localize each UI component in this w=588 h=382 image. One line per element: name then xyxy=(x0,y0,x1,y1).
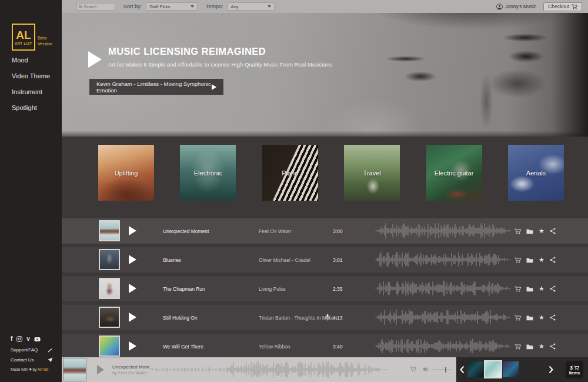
track-duration: 3:01 xyxy=(333,257,343,263)
share-icon[interactable] xyxy=(550,314,556,321)
player-cart-icon[interactable] xyxy=(410,366,416,372)
track-list: Unexpected Moment Feet On Water 3:00 ★ B… xyxy=(62,218,588,359)
share-icon[interactable] xyxy=(550,257,556,263)
category-label: Electronic xyxy=(194,170,222,177)
carousel-prev-icon[interactable] xyxy=(460,366,465,374)
support-faq-link[interactable]: Support/FAQ xyxy=(11,347,53,353)
player-waveform[interactable] xyxy=(150,361,388,378)
track-duration: 3:40 xyxy=(333,344,343,350)
track-row[interactable]: The Chapman Run Living Pulse 2:35 ★ xyxy=(62,276,588,301)
artlist-logo[interactable]: AL ART LIST xyxy=(12,24,35,51)
category-tile[interactable]: Piano xyxy=(262,145,318,201)
favorite-icon[interactable]: ★ xyxy=(539,228,544,234)
user-menu[interactable]: Jonny's Music xyxy=(496,4,536,10)
category-tile[interactable]: Uplifting xyxy=(98,145,154,201)
favorite-icon[interactable]: ★ xyxy=(539,343,544,350)
sort-select[interactable]: Staff Picks xyxy=(146,2,198,11)
cart-items-badge[interactable]: 3 Items xyxy=(566,361,583,378)
volume-slider[interactable] xyxy=(432,370,452,370)
track-thumbnail xyxy=(99,307,120,328)
category-tile[interactable]: Electronic xyxy=(180,145,236,201)
track-play-button[interactable] xyxy=(129,341,136,351)
instagram-icon[interactable] xyxy=(16,336,22,342)
track-duration: 4:13 xyxy=(333,315,343,321)
player-track-title: Unexpected Mom... xyxy=(112,364,153,370)
volume-icon[interactable] xyxy=(423,367,429,372)
player-play-button[interactable] xyxy=(97,365,104,374)
track-waveform[interactable] xyxy=(375,252,512,267)
share-icon[interactable] xyxy=(550,285,556,292)
favorite-icon[interactable]: ★ xyxy=(539,285,544,292)
folder-icon[interactable] xyxy=(526,257,533,263)
topbar-right: Jonny's Music Checkout xyxy=(496,2,582,11)
favorite-icon[interactable]: ★ xyxy=(539,257,544,263)
track-duration: 2:35 xyxy=(333,286,343,292)
vimeo-icon[interactable]: v xyxy=(26,336,30,342)
track-waveform[interactable] xyxy=(375,223,512,238)
add-to-cart-icon[interactable] xyxy=(514,344,521,350)
folder-icon[interactable] xyxy=(526,315,533,321)
category-tile[interactable]: Aerials xyxy=(508,145,564,201)
carousel-thumbnail[interactable] xyxy=(485,361,501,377)
made-with-line: Made with ♥ by Art-list xyxy=(11,367,55,371)
carousel-thumbnail[interactable] xyxy=(503,361,519,377)
category-tiles: Uplifting Electronic Piano Travel Electr… xyxy=(62,137,588,201)
category-tile[interactable]: Travel xyxy=(344,145,400,201)
track-row[interactable]: Still Holding On Tristan Barton - Though… xyxy=(62,305,588,330)
track-waveform[interactable] xyxy=(375,281,512,296)
sidebar-nav-item[interactable]: Spotlight xyxy=(12,104,62,111)
facebook-icon[interactable]: f xyxy=(11,336,12,342)
artlist-brand-link[interactable]: Art-list xyxy=(38,367,48,371)
tempo-select[interactable]: Any xyxy=(228,2,275,11)
track-play-button[interactable] xyxy=(129,284,136,293)
category-tile[interactable]: Electric guitar xyxy=(426,145,482,201)
folder-icon[interactable] xyxy=(526,286,533,292)
volume-slider-handle[interactable] xyxy=(445,367,446,373)
folder-icon[interactable] xyxy=(526,228,533,234)
carousel-next-icon[interactable] xyxy=(549,366,553,374)
sidebar-nav: MoodVideo ThemeInstrumentSpotlight xyxy=(12,57,62,111)
track-play-button[interactable] xyxy=(129,226,136,235)
logo[interactable]: AL ART LIST Beta Version xyxy=(12,24,62,51)
add-to-cart-icon[interactable] xyxy=(514,257,521,263)
favorite-icon[interactable]: ★ xyxy=(539,314,544,321)
track-title: The Chapman Run xyxy=(163,286,205,292)
queue-carousel: 3 Items xyxy=(456,357,588,382)
track-row[interactable]: We Will Get There Yellow Ribbon 3:40 ★ xyxy=(62,334,588,359)
track-artist: Oliver Michael - Citadel xyxy=(259,257,310,263)
hero-play-button[interactable] xyxy=(88,51,102,68)
cart-items-label: Items xyxy=(569,371,580,375)
share-icon[interactable] xyxy=(550,343,556,350)
folder-icon[interactable] xyxy=(526,344,533,350)
sidebar-nav-item[interactable]: Video Theme xyxy=(12,72,62,79)
carousel-thumbnail[interactable] xyxy=(467,361,483,377)
featured-track-banner[interactable]: Kevin Graham - Limitless - Moving Sympho… xyxy=(89,79,223,95)
track-waveform[interactable] xyxy=(375,310,512,325)
add-to-cart-icon[interactable] xyxy=(514,315,521,321)
track-row[interactable]: Bluerise Oliver Michael - Citadel 3:01 ★ xyxy=(62,247,588,273)
add-to-cart-icon[interactable] xyxy=(514,228,521,234)
youtube-icon[interactable] xyxy=(34,337,41,342)
sidebar-nav-item[interactable]: Mood xyxy=(12,57,62,64)
cart-items-count: 3 xyxy=(570,365,573,371)
sidebar-nav-item[interactable]: Instrument xyxy=(12,88,62,95)
checkout-label: Checkout xyxy=(548,4,569,9)
track-row[interactable]: Unexpected Moment Feet On Water 3:00 ★ xyxy=(62,218,588,244)
search-input[interactable] xyxy=(83,5,113,9)
topbar: Sort by: Staff Picks Tempo: Any Jonny's … xyxy=(62,0,588,13)
contact-us-link[interactable]: Contact Us xyxy=(11,357,53,363)
track-artist: Feet On Water xyxy=(259,228,291,234)
track-thumbnail xyxy=(99,336,120,357)
track-waveform[interactable] xyxy=(375,338,512,354)
checkout-button[interactable]: Checkout xyxy=(543,2,582,11)
track-play-button[interactable] xyxy=(129,255,136,264)
add-to-cart-icon[interactable] xyxy=(514,286,521,292)
search-box[interactable] xyxy=(76,3,115,11)
cart-items-count-row: 3 xyxy=(570,365,579,371)
share-icon[interactable] xyxy=(550,228,556,234)
play-icon xyxy=(212,84,216,90)
search-icon xyxy=(79,5,82,9)
wrench-icon xyxy=(48,347,53,353)
track-play-button[interactable] xyxy=(129,313,136,322)
tempo-select-value: Any xyxy=(231,4,239,9)
